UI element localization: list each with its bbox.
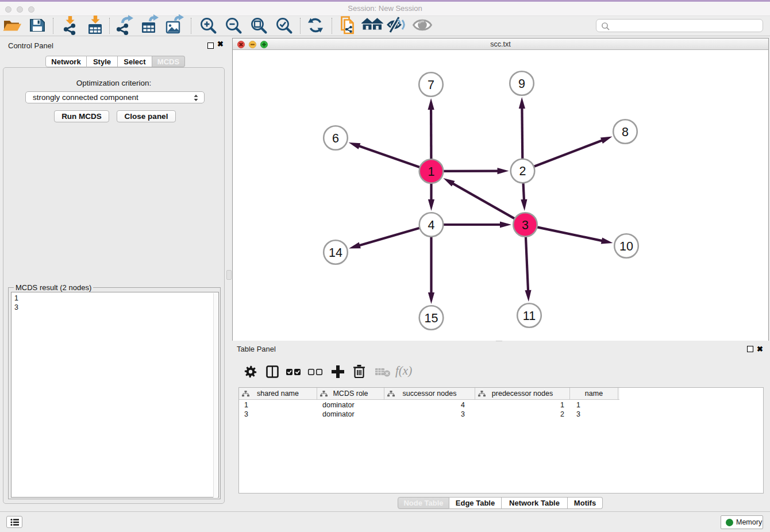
svg-text:11: 11 <box>523 309 536 323</box>
svg-text:9: 9 <box>518 77 525 91</box>
svg-text:1: 1 <box>428 165 435 179</box>
svg-text:15: 15 <box>425 311 438 325</box>
svg-text:14: 14 <box>329 246 342 260</box>
svg-text:10: 10 <box>619 240 633 253</box>
svg-text:6: 6 <box>332 132 339 145</box>
svg-text:7: 7 <box>428 78 434 92</box>
svg-text:2: 2 <box>519 164 526 178</box>
svg-text:8: 8 <box>622 125 629 139</box>
svg-text:3: 3 <box>522 218 529 232</box>
svg-text:4: 4 <box>428 218 435 232</box>
